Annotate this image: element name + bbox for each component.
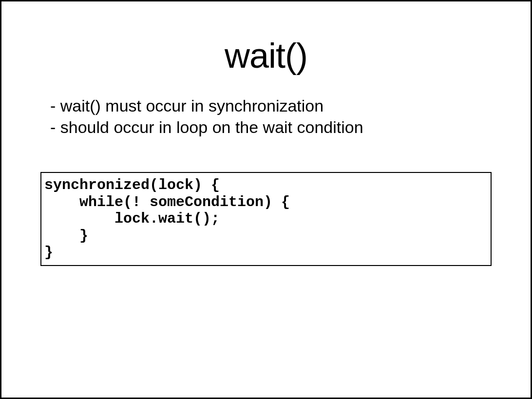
- slide: wait() - wait() must occur in synchroniz…: [0, 0, 532, 399]
- bullet-item: - should occur in loop on the wait condi…: [50, 116, 492, 138]
- bullet-list: - wait() must occur in synchronization -…: [50, 95, 492, 138]
- bullet-item: - wait() must occur in synchronization: [50, 95, 492, 116]
- code-block: synchronized(lock) { while(! someConditi…: [40, 172, 492, 266]
- slide-title: wait(): [1, 36, 531, 76]
